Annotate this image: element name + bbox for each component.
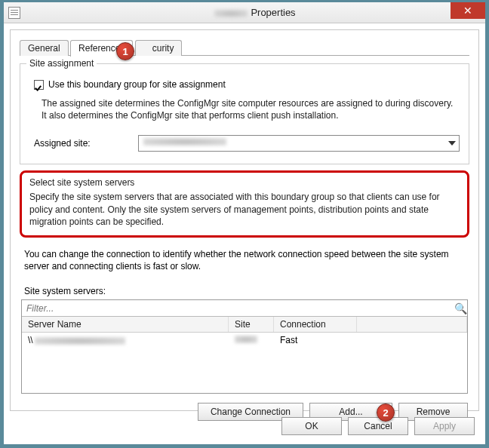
connection-note: You can change the connection to identif… <box>24 248 465 272</box>
site-assignment-group: Site assignment Use this boundary group … <box>20 63 469 164</box>
assigned-site-label: Assigned site: <box>34 138 132 149</box>
properties-dialog: Properties ✕ General References curity 1… <box>3 2 486 445</box>
window-title: Properties <box>25 7 485 18</box>
filter-input[interactable] <box>22 301 454 316</box>
tab-security[interactable]: curity <box>135 40 183 56</box>
select-servers-legend: Select site system servers <box>29 177 460 188</box>
col-server-name[interactable]: Server Name <box>22 317 229 332</box>
tab-general[interactable]: General <box>20 40 69 56</box>
use-boundary-checkbox[interactable] <box>34 80 44 90</box>
servers-label: Site system servers: <box>24 286 465 296</box>
site-assignment-description: The assigned site determines the ConfigM… <box>42 97 460 121</box>
select-servers-highlight: Select site system servers Specify the s… <box>20 170 469 238</box>
client-area: General References curity 1 Site assignm… <box>10 29 479 411</box>
servers-list-body[interactable]: \\ Fast <box>22 333 467 393</box>
col-connection[interactable]: Connection <box>274 317 357 332</box>
callout-1: 1 <box>116 42 134 60</box>
title-bar: Properties ✕ <box>4 2 485 23</box>
close-button[interactable]: ✕ <box>451 2 485 19</box>
references-panel: Site assignment Use this boundary group … <box>20 56 469 404</box>
select-servers-text: Specify the site system servers that are… <box>29 191 460 228</box>
column-headers: Server Name Site Connection <box>22 317 467 333</box>
servers-listbox: 🔍 Server Name Site Connection \\ Fast <box>21 299 468 394</box>
tab-strip: General References curity <box>20 39 469 56</box>
chevron-down-icon <box>448 141 456 146</box>
table-row[interactable]: \\ Fast <box>22 333 467 348</box>
dialog-buttons: OK Cancel Apply <box>281 417 475 435</box>
window-icon <box>8 7 20 19</box>
col-spacer <box>357 317 467 332</box>
site-assignment-legend: Site assignment <box>26 58 97 69</box>
search-icon[interactable]: 🔍 <box>454 302 467 315</box>
ok-button[interactable]: OK <box>281 417 342 435</box>
cancel-button[interactable]: Cancel <box>348 417 408 435</box>
assigned-site-combo[interactable] <box>138 135 460 152</box>
col-site[interactable]: Site <box>229 317 274 332</box>
use-boundary-label: Use this boundary group for site assignm… <box>48 79 226 90</box>
apply-button: Apply <box>414 417 475 435</box>
